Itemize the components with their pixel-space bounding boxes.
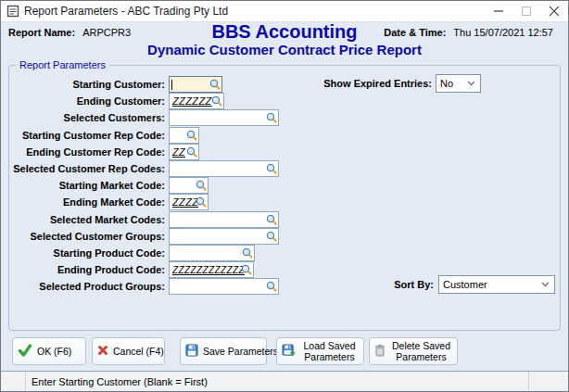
ok-button[interactable]: OK (F6) — [12, 337, 86, 365]
status-bar: Enter Starting Customer (Blank = First) — [1, 371, 568, 391]
starting-market-code-label: Starting Market Code: — [1, 177, 165, 194]
text-caret — [171, 80, 172, 90]
starting-customer-input[interactable] — [169, 76, 222, 93]
chevron-down-icon — [541, 282, 550, 287]
starting-product-code-input[interactable] — [169, 245, 255, 261]
selected-customer-groups-input[interactable] — [169, 228, 279, 245]
starting-customer-rep-code-input[interactable] — [169, 127, 199, 144]
magnifier-lookup-icon[interactable] — [209, 79, 221, 90]
delete-saved-parameters-button[interactable]: Delete Saved Parameters — [369, 337, 458, 365]
x-icon — [97, 345, 108, 358]
report-parameters-window: Report Parameters - ABC Trading Pty Ltd … — [0, 0, 569, 392]
app-icon — [6, 5, 19, 18]
status-message: Enter Starting Customer (Blank = First) — [26, 376, 208, 387]
magnifier-lookup-icon[interactable] — [266, 214, 277, 225]
magnifier-lookup-icon[interactable] — [242, 247, 253, 259]
ending-customer-input[interactable]: ZZZZZZ — [169, 93, 224, 109]
show-expired-entries-select[interactable]: No — [436, 74, 481, 93]
status-panel — [1, 372, 26, 391]
ending-market-code-label: Ending Market Code: — [1, 194, 165, 210]
maximize-icon[interactable] — [512, 1, 540, 21]
selected-customer-rep-codes-input[interactable] — [169, 160, 279, 177]
selected-market-codes-input[interactable] — [169, 211, 279, 228]
ending-customer-rep-code-input[interactable]: ZZ — [169, 144, 199, 160]
magnifier-lookup-icon[interactable] — [196, 180, 207, 191]
date-time: Date & Time: Thu 15/07/2021 12:57 — [384, 27, 553, 38]
ending-customer-rep-code-label: Ending Customer Rep Code: — [1, 144, 165, 160]
cancel-button[interactable]: Cancel (F4) — [92, 337, 165, 365]
ending-product-code-label: Ending Product Code: — [1, 261, 165, 278]
magnifier-lookup-icon[interactable] — [241, 264, 252, 275]
ending-product-code-input[interactable]: ZZZZZZZZZZZZ — [169, 261, 254, 278]
ending-market-code-input[interactable]: ZZZZ — [169, 194, 209, 210]
magnifier-lookup-icon[interactable] — [266, 281, 277, 292]
selected-customer-groups-label: Selected Customer Groups: — [1, 228, 165, 245]
date-time-label: Date & Time: — [384, 27, 446, 38]
ending-customer-label: Ending Customer: — [1, 93, 165, 109]
sort-by-select[interactable]: Customer — [438, 275, 555, 294]
selected-product-groups-input[interactable] — [169, 278, 279, 295]
magnifier-lookup-icon[interactable] — [266, 163, 277, 174]
selected-customer-rep-codes-label: Selected Customer Rep Codes: — [1, 160, 165, 177]
magnifier-lookup-icon[interactable] — [266, 231, 277, 242]
date-time-value: Thu 15/07/2021 12:57 — [453, 27, 553, 38]
magnifier-lookup-icon[interactable] — [211, 95, 222, 107]
selected-customers-label: Selected Customers: — [1, 109, 165, 126]
groupbox-label: Report Parameters — [16, 59, 109, 70]
title-bar: Report Parameters - ABC Trading Pty Ltd — [1, 1, 568, 22]
close-icon[interactable] — [540, 1, 568, 21]
selected-market-codes-label: Selected Market Codes: — [1, 211, 165, 228]
starting-customer-rep-code-label: Starting Customer Rep Code: — [1, 127, 165, 144]
load-saved-parameters-button[interactable]: Load Saved Parameters — [276, 337, 364, 365]
magnifier-lookup-icon[interactable] — [186, 146, 197, 158]
selected-product-groups-label: Selected Product Groups: — [1, 278, 165, 295]
page-title: Dynamic Customer Contract Price Report — [1, 42, 568, 57]
minimize-icon[interactable] — [485, 1, 512, 21]
show-expired-entries-label: Show Expired Entries: — [279, 74, 432, 93]
starting-market-code-input[interactable] — [169, 177, 209, 194]
magnifier-lookup-icon[interactable] — [266, 112, 277, 123]
sort-by-label: Sort By: — [279, 275, 434, 294]
window-title: Report Parameters - ABC Trading Pty Ltd — [24, 5, 228, 18]
chevron-down-icon — [467, 81, 475, 86]
trash-icon — [374, 344, 386, 359]
magnifier-lookup-icon[interactable] — [196, 196, 207, 208]
save-disk-icon — [185, 344, 198, 359]
status-panel — [528, 372, 568, 391]
load-disk-icon — [282, 344, 296, 360]
selected-customers-input[interactable] — [169, 109, 279, 126]
save-parameters-button[interactable]: Save Parameters — [180, 337, 267, 365]
check-icon — [18, 344, 32, 359]
magnifier-lookup-icon[interactable] — [186, 130, 197, 141]
starting-product-code-label: Starting Product Code: — [1, 245, 165, 261]
starting-customer-label: Starting Customer: — [1, 76, 165, 93]
